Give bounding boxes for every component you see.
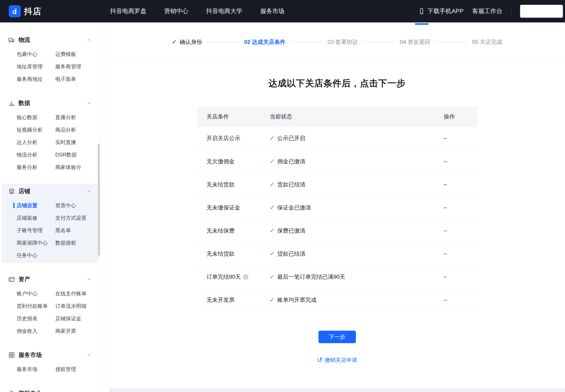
header-action: 操作 [444, 106, 478, 127]
download-app-label: 下载手机APP [427, 7, 464, 15]
sidebar-item[interactable]: 商家体验分 [55, 161, 99, 173]
action-cell: – [444, 173, 478, 196]
service-desk-label: 客服工作台 [472, 7, 502, 15]
topbar-right: 下载手机APP 客服工作台 [418, 5, 563, 18]
status-cell: ✓货款已结清 [270, 173, 444, 196]
sidebar-item[interactable]: DSR数据 [55, 148, 99, 161]
sidebar-item[interactable]: 账户中心 [17, 287, 55, 300]
sidebar-item[interactable]: 任务中心 [17, 249, 55, 262]
sidebar-item[interactable]: 订单流水明细 [55, 300, 99, 312]
condition-cell: 无未结贷款 [197, 242, 270, 265]
condition-row: 无未结货款✓货款已结清– [197, 173, 478, 196]
sidebar-item[interactable]: 服务市场 [17, 363, 55, 375]
status-text: 货款已结清 [277, 182, 305, 188]
next-step-button[interactable]: 下一步 [318, 331, 356, 343]
step-label: 确认身份 [180, 38, 202, 46]
sidebar-section-header[interactable]: 服务市场 [2, 350, 99, 360]
sidebar-item[interactable]: 包裹中心 [17, 48, 55, 60]
condition-cell: 开启关店公示 [197, 127, 270, 150]
status-text: 保费已缴清 [277, 228, 305, 234]
sidebar-section-header[interactable]: 资产 [2, 274, 99, 285]
top-nav-item[interactable]: 营销中心 [164, 7, 188, 15]
sidebar-section: 店铺店铺设置资质中心店铺装修支付方式设置子账号管理黑名单商家保障中心数据授权任务… [2, 184, 99, 263]
sidebar-section-header[interactable]: 物流 [2, 34, 99, 45]
step-connector [436, 42, 467, 42]
page-bottom-strip [109, 389, 565, 392]
condition-cell: 订单完结90天? [197, 265, 270, 288]
step-label: 02 达成关店条件 [244, 38, 286, 46]
sidebar-scrollbar[interactable] [98, 143, 100, 256]
status-cell: ✓保证金已缴清 [270, 196, 444, 219]
step-connector [363, 42, 394, 42]
sidebar-item[interactable]: 店铺装修 [17, 211, 55, 224]
phone-icon [418, 8, 425, 14]
sidebar-item[interactable]: 实时直播 [55, 136, 99, 148]
cancel-closure-label: 撤销关店申请 [325, 356, 357, 364]
stepper: ✓确认身份02 达成关店条件03 签署协议04 资金退回05 关店完成 [109, 22, 565, 61]
sidebar-item[interactable]: 达人分析 [17, 136, 55, 148]
sidebar-item[interactable]: 黑名单 [55, 224, 99, 237]
sidebar-item[interactable]: 运费模板 [55, 48, 99, 60]
sidebar-item[interactable]: 数据授权 [55, 237, 99, 249]
service-desk-link[interactable]: 客服工作台 [472, 7, 502, 15]
sidebar-section-title: 资产 [18, 275, 30, 283]
sidebar-item[interactable]: 资质中心 [55, 199, 99, 211]
sidebar-item[interactable]: 在线支付账单 [55, 287, 99, 300]
sidebar-item[interactable]: 授权管理 [55, 363, 99, 375]
sidebar-section-header[interactable]: 奖惩中心 [2, 388, 99, 392]
sidebar-item[interactable]: 佣金收入 [17, 325, 55, 337]
condition-row: 无未结保费✓保费已缴清– [197, 219, 478, 242]
condition-row: 无欠缴佣金✓佣金已缴清– [197, 150, 478, 173]
sidebar-item[interactable]: 物流分析 [17, 148, 55, 161]
sidebar-item[interactable]: 店铺保证金 [55, 312, 99, 325]
sidebar-sections: 物流包裹中心运费模板地址库管理服务商管理服务商地址电子面单数据核心数据直播分析短… [0, 32, 100, 392]
active-tab-indicator [415, 23, 429, 25]
help-icon[interactable]: ? [243, 274, 248, 280]
sidebar-item[interactable]: 商家保障中心 [17, 237, 55, 249]
sidebar-item[interactable]: 地址库管理 [17, 60, 55, 73]
sidebar-item[interactable]: 核心数据 [17, 111, 55, 124]
action-cell: – [444, 196, 478, 219]
sidebar-section-header[interactable]: 店铺 [2, 186, 99, 197]
sidebar-item[interactable]: 子账号管理 [17, 224, 55, 237]
sidebar-item[interactable]: 商家开票 [55, 325, 99, 337]
top-nav-item[interactable]: 抖音电商罗盘 [110, 7, 146, 15]
sidebar-item[interactable]: 直播分析 [55, 111, 99, 124]
top-nav-item[interactable]: 服务市场 [260, 7, 284, 15]
sidebar-section-header[interactable]: 数据 [2, 98, 99, 109]
check-icon: ✓ [270, 204, 275, 211]
step-pending: 03 签署协议 [328, 38, 358, 46]
asset-icon [8, 276, 15, 283]
condition-row: 无未缴保证金✓保证金已缴清– [197, 196, 478, 219]
account-box[interactable] [520, 5, 563, 18]
sidebar-item[interactable]: 短视频分析 [17, 124, 55, 136]
condition-row: 无未结贷款✓贷款已结清– [197, 242, 478, 265]
top-nav-item[interactable]: 抖音电商大学 [206, 7, 242, 15]
sidebar-item[interactable]: 支付方式设置 [55, 211, 99, 224]
condition-row: 开启关店公示✓公示已开启– [197, 127, 478, 150]
status-text: 最后一笔订单完结已满90天 [277, 274, 345, 280]
sidebar-item[interactable]: 服务商管理 [55, 60, 99, 73]
sidebar-item[interactable]: 商品分析 [55, 124, 99, 136]
award-icon [8, 390, 15, 392]
condition-row: 订单完结90天?✓最后一笔订单完结已满90天– [197, 265, 478, 288]
sidebar-item[interactable]: 服务分析 [17, 161, 55, 173]
sidebar-section: 奖惩中心体检中心 [2, 386, 99, 392]
check-icon: ✓ [270, 296, 275, 303]
sidebar-item[interactable]: 店铺设置 [17, 199, 55, 211]
sidebar-item[interactable]: 电子面单 [55, 73, 99, 85]
step-pending: 04 资金退回 [400, 38, 430, 46]
app-logo[interactable]: 抖店 [9, 5, 42, 17]
sidebar-section-items: 店铺设置资质中心店铺装修支付方式设置子账号管理黑名单商家保障中心数据授权任务中心 [2, 197, 99, 262]
action-cell: – [444, 150, 478, 173]
download-app-link[interactable]: 下载手机APP [418, 7, 464, 15]
sidebar-item[interactable]: 服务商地址 [17, 73, 55, 85]
sidebar-item[interactable]: 货到付款账单 [17, 300, 55, 312]
condition-cell: 无未缴保证金 [197, 196, 270, 219]
chevron-up-icon [86, 277, 92, 282]
sidebar-item[interactable]: 历史报表 [17, 312, 55, 325]
step-connector [208, 42, 239, 42]
cancel-closure-link[interactable]: ↺ 撤销关店申请 [109, 356, 565, 364]
status-text: 贷款已结清 [277, 251, 305, 257]
page-title: 达成以下关店条件后，点击下一步 [109, 77, 565, 89]
